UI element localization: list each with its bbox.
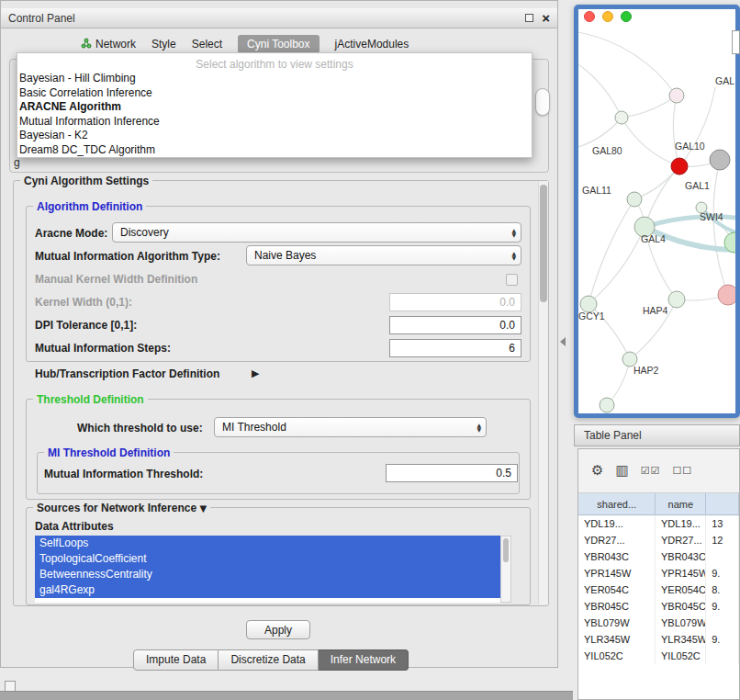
node-label-gal11: GAL11 [582,185,611,196]
algorithm-popup-list: Bayesian - Hill ClimbingBasic Correlatio… [17,72,532,157]
node-label-gal10: GAL10 [675,141,705,152]
mi-type-value: Naive Bayes [254,249,316,262]
table-cell: 9. [706,565,739,581]
graph-node[interactable] [668,291,685,308]
node-label-swi4: SWI4 [700,211,723,222]
which-threshold-select[interactable]: MI Threshold [214,417,487,437]
table-cell: YDR27... [656,532,706,548]
which-threshold-value: MI Threshold [222,421,286,434]
select-rows-icon[interactable] [641,464,661,478]
mi-steps-field[interactable]: 6 [389,339,521,357]
algorithm-option-basic-correlation-inference[interactable]: Basic Correlation Inference [17,86,532,101]
settings-scrollbar-thumb[interactable] [540,185,547,302]
minimize-window-icon[interactable] [602,11,613,22]
tab-label: Style [151,38,176,51]
table-row[interactable]: YBL079WYBL079W [578,615,739,631]
table-body: YDL19...YDL19...13YDR27...YDR27...12YBR0… [578,515,739,699]
graph-node[interactable] [710,150,730,170]
table-cell: 13 [706,515,739,532]
attribute-item-betweennesscentrality[interactable]: BetweennessCentrality [35,567,500,582]
algorithm-option-dream8-dc-tdc-algorithm[interactable]: Dream8 DC_TDC Algorithm [17,143,532,158]
gear-icon[interactable] [591,464,603,478]
column-header-1[interactable]: name [656,493,706,515]
sources-title-text: Sources for Network Inference [37,502,196,514]
collapse-down-icon[interactable] [199,503,207,514]
tab-select[interactable]: Select [192,38,222,51]
bottom-tab-impute-data[interactable]: Impute Data [133,649,219,671]
network-canvas[interactable]: GALGAL80GAL10GAL11GAL1SWI4GAL4GCY1HAP4HA… [578,9,735,413]
table-row[interactable]: YBR045CYBR045C9. [578,598,739,615]
tab-jactivemodules[interactable]: jActiveModules [335,38,409,51]
table-cell: YBL079W [656,615,706,631]
table-cell [706,548,739,565]
bottom-tab-infer-network[interactable]: Infer Network [319,649,409,671]
mi-type-label: Mutual Information Algorithm Type: [35,250,220,263]
table-cell: YPR145W [656,565,706,581]
sources-group-title: Sources for Network Inference [33,502,210,514]
tab-style[interactable]: Style [151,38,176,51]
aracne-mode-select[interactable]: Discovery [112,222,521,243]
table-cell: YBR043C [656,548,706,565]
bottom-tab-discretize-data[interactable]: Discretize Data [219,649,318,671]
table-row[interactable]: YLR345WYLR345W9. [578,631,739,648]
splitter-collapse-icon[interactable] [560,337,566,346]
close-icon[interactable] [542,14,550,23]
table-cell: YER054C [656,581,706,598]
algorithm-option-bayesian-hill-climbing[interactable]: Bayesian - Hill Climbing [17,72,532,86]
tab-label: Network [95,38,136,51]
algorithm-option-mutual-information-inference[interactable]: Mutual Information Inference [17,115,532,130]
table-row[interactable]: YPR145WYPR145W9. [578,565,739,581]
attribute-item-selfloops[interactable]: SelfLoops [35,536,500,551]
dpi-tolerance-value: 0.0 [499,319,515,332]
graph-node[interactable] [669,88,684,103]
graph-node[interactable] [615,111,628,124]
mi-threshold-field[interactable]: 0.5 [386,464,518,482]
column-header-0[interactable]: shared... [578,493,656,515]
table-row[interactable]: YDL19...YDL19...13 [578,515,739,532]
columns-icon[interactable] [615,464,628,478]
graph-node[interactable] [600,398,614,412]
mi-type-select[interactable]: Naive Bayes [246,245,521,265]
tab-network[interactable]: Network [81,38,136,51]
kernel-width-field: 0.0 [389,293,521,311]
attributes-scrollbar[interactable] [500,536,511,603]
float-window-icon[interactable] [525,14,533,22]
combo-arrows-icon [511,246,516,265]
table-row[interactable]: YBR043CYBR043C [578,548,739,565]
which-threshold-label: Which threshold to use: [77,422,203,435]
zoom-window-icon[interactable] [621,11,632,22]
column-header-2[interactable] [706,493,739,515]
table-row[interactable]: YIL052CYIL052C [578,648,739,664]
manual-kernel-checkbox[interactable] [506,274,518,286]
combo-stepper-button[interactable] [535,88,550,116]
graph-edge [589,199,634,304]
expand-right-icon[interactable] [252,367,259,379]
mi-threshold-value: 0.5 [496,467,511,480]
algorithm-option-aracne-algorithm[interactable]: ARACNE Algorithm [17,100,532,115]
deselect-rows-icon[interactable] [672,464,692,478]
data-attributes-label: Data Attributes [35,520,114,533]
node-label-gal1: GAL1 [685,180,710,191]
table-cell: YDR27... [578,532,656,548]
graph-node[interactable] [627,192,642,207]
graph-node[interactable] [718,285,735,305]
tab-label: Cyni Toolbox [247,38,309,51]
tab-cyni-toolbox[interactable]: Cyni Toolbox [238,35,319,53]
algorithm-option-bayesian-k2[interactable]: Bayesian - K2 [17,129,532,143]
table-row[interactable]: YER054CYER054C8. [578,581,739,598]
attribute-item-topologicalcoefficient[interactable]: TopologicalCoefficient [35,551,500,567]
close-window-icon[interactable] [584,11,595,22]
apply-button[interactable]: Apply [246,620,310,639]
graph-node[interactable] [671,158,688,175]
table-cell [706,648,739,664]
dpi-tolerance-label: DPI Tolerance [0,1]: [35,319,137,332]
obscured-text-fragment: g [14,156,20,169]
table-cell: YDL19... [578,515,656,532]
algorithm-dropdown-popup: Select algorithm to view settings Bayesi… [17,52,533,158]
attributes-scrollbar-thumb[interactable] [503,538,509,562]
dpi-tolerance-field[interactable]: 0.0 [389,316,521,334]
node-label-hap2: HAP2 [633,365,659,376]
table-row[interactable]: YDR27...YDR27...12 [578,532,739,548]
table-cell [706,615,739,631]
attribute-item-gal4rgexp[interactable]: gal4RGexp [35,582,500,598]
